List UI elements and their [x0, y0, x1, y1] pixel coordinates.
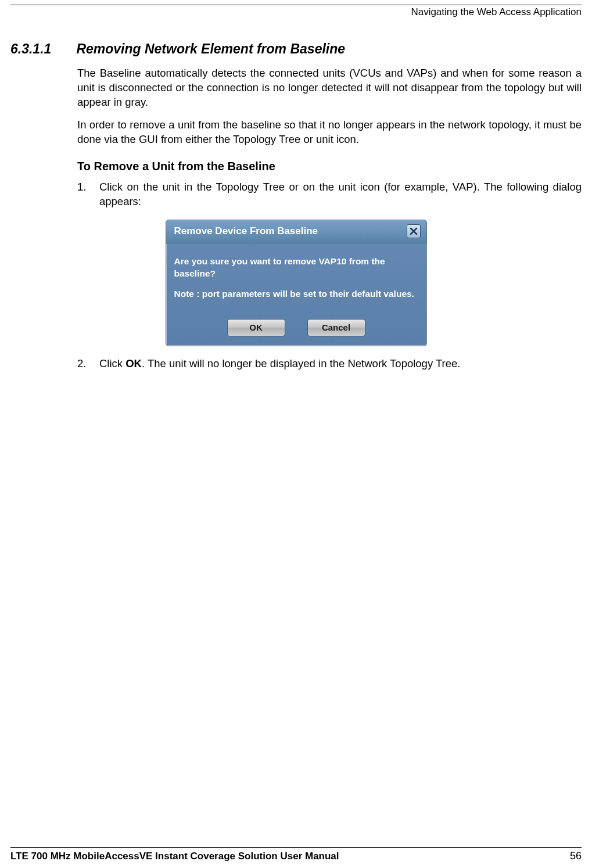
- subheading: To Remove a Unit from the Baseline: [77, 160, 582, 173]
- header-breadcrumb: Navigating the Web Access Application: [10, 6, 582, 18]
- paragraph-1: The Baseline automatically detects the c…: [77, 66, 582, 110]
- ok-button[interactable]: OK: [227, 319, 285, 336]
- footer-page-number: 56: [570, 850, 582, 862]
- dialog-titlebar: Remove Device From Baseline: [166, 220, 426, 244]
- section-title: Removing Network Element from Baseline: [76, 41, 345, 56]
- paragraph-2: In order to remove a unit from the basel…: [77, 118, 582, 147]
- list-number-2: 2.: [77, 357, 99, 371]
- header-rule: [10, 5, 582, 5]
- footer-title: LTE 700 MHz MobileAccessVE Instant Cover…: [10, 851, 339, 862]
- dialog-screenshot-wrapper: Remove Device From Baseline Are you sure…: [10, 220, 582, 346]
- dialog-title: Remove Device From Baseline: [174, 225, 318, 237]
- page-footer: LTE 700 MHz MobileAccessVE Instant Cover…: [10, 847, 582, 862]
- list-number-1: 1.: [77, 180, 99, 209]
- section-heading: 6.3.1.1 Removing Network Element from Ba…: [10, 41, 582, 57]
- cancel-button[interactable]: Cancel: [307, 319, 365, 336]
- list-content-2: Click OK. The unit will no longer be dis…: [99, 357, 582, 371]
- step2-prefix: Click: [99, 357, 125, 370]
- dialog-message-2: Note : port parameters will be set to th…: [174, 288, 418, 300]
- list-item-2: 2. Click OK. The unit will no longer be …: [77, 357, 582, 371]
- step2-bold: OK: [125, 357, 142, 370]
- list-content-1: Click on the unit in the Topology Tree o…: [99, 180, 582, 209]
- dialog-body: Are you sure you want to remove VAP10 fr…: [166, 244, 426, 312]
- section-number: 6.3.1.1: [10, 41, 73, 57]
- dialog-message-1: Are you sure you want to remove VAP10 fr…: [174, 256, 418, 280]
- remove-device-dialog: Remove Device From Baseline Are you sure…: [166, 220, 427, 346]
- close-icon: [410, 227, 418, 235]
- close-button[interactable]: [407, 224, 421, 238]
- footer-rule: [10, 847, 582, 848]
- dialog-button-row: OK Cancel: [166, 312, 426, 346]
- step2-suffix: . The unit will no longer be displayed i…: [142, 357, 460, 370]
- list-item-1: 1. Click on the unit in the Topology Tre…: [77, 180, 582, 209]
